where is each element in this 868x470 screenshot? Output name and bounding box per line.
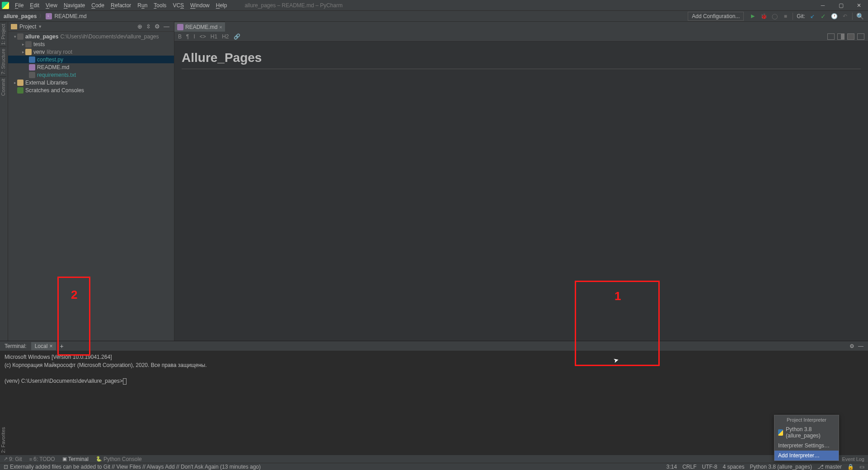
tree-item-external-libraries[interactable]: ▸ External Libraries (8, 79, 174, 86)
minimize-button[interactable]: ─ (814, 0, 832, 11)
markdown-preview[interactable]: Allure_Pages (174, 42, 868, 341)
terminal-body[interactable]: Microsoft Windows [Version 10.0.19041.26… (0, 351, 868, 455)
md-paragraph-button[interactable]: ¶ (186, 33, 189, 40)
terminal-tool-tab[interactable]: ▣ Terminal (62, 456, 89, 462)
menu-tools[interactable]: Tools (150, 1, 169, 9)
breadcrumb-root[interactable]: allure_pages (3, 13, 38, 19)
git-label: Git: (797, 13, 805, 19)
tree-item-label: External Libraries (25, 80, 67, 86)
add-terminal-tab-button[interactable]: + (60, 343, 63, 350)
popup-add-interpreter[interactable]: Add Interpreter… (774, 451, 839, 461)
line-ending[interactable]: CRLF (682, 464, 696, 470)
menu-file[interactable]: File (12, 1, 27, 9)
tree-item-readme[interactable]: README.md (8, 63, 174, 71)
md-code-button[interactable]: <> (200, 33, 206, 40)
git-history-button[interactable]: 🕐 (830, 12, 838, 20)
python-console-tool-tab[interactable]: 🐍 Python Console (96, 456, 142, 462)
git-branch[interactable]: ⎇ master (817, 464, 842, 470)
popup-current-interpreter[interactable]: Python 3.8 (allure_pages) (774, 424, 839, 441)
hide-panel-icon[interactable]: — (164, 23, 169, 30)
tree-item-requirements[interactable]: requirements.txt (8, 71, 174, 79)
git-tool-tab[interactable]: ↗ 9: Git (4, 456, 22, 462)
menubar: File Edit View Navigate Code Refactor Ru… (0, 0, 868, 11)
git-revert-button[interactable]: ↶ (841, 12, 849, 20)
search-everywhere-button[interactable]: 🔍 (856, 12, 864, 20)
preview-only-view-button[interactable] (847, 33, 854, 40)
cursor-position[interactable]: 3:14 (666, 464, 677, 470)
status-message[interactable]: Externally added files can be added to G… (10, 464, 661, 470)
editor-only-view-button[interactable] (827, 33, 835, 40)
project-panel-header: Project ▼ ⊕ ⇳ ⚙ — (8, 22, 174, 32)
memory-icon[interactable]: ▭ (859, 464, 864, 470)
left-bottom-sidebar: 2: Favorites (0, 425, 8, 455)
project-panel: Project ▼ ⊕ ⇳ ⚙ — ▾ allure_pages C:\User… (8, 22, 174, 341)
interpreter-status[interactable]: Python 3.8 (allure_pages) (750, 464, 812, 470)
chevron-down-icon[interactable]: ▼ (38, 24, 42, 29)
menu-vcs[interactable]: VCS (169, 1, 187, 9)
editor-tab[interactable]: README.md × (174, 22, 225, 32)
encoding[interactable]: UTF-8 (702, 464, 718, 470)
indent[interactable]: 4 spaces (723, 464, 745, 470)
chevron-right-icon[interactable]: ▸ (13, 80, 17, 85)
debug-button[interactable]: 🐞 (760, 12, 768, 20)
maximize-button[interactable]: ▢ (832, 0, 850, 11)
chevron-right-icon[interactable]: ▸ (21, 50, 25, 54)
terminal-tab-local[interactable]: Local× (31, 342, 56, 350)
event-log-tab[interactable]: Event Log (842, 456, 864, 462)
md-italic-button[interactable]: I (193, 33, 195, 40)
md-h1-button[interactable]: H1 (211, 33, 217, 40)
tree-item-scratches[interactable]: Scratches and Consoles (8, 86, 174, 94)
gear-icon[interactable]: ⚙ (155, 23, 160, 30)
sidebar-favorites-tab[interactable]: 2: Favorites (0, 425, 6, 455)
gear-icon[interactable]: ⚙ (849, 343, 854, 349)
terminal-panel: Terminal: Local× + ⚙ — Microsoft Windows… (0, 341, 868, 455)
close-window-button[interactable]: ✕ (850, 0, 868, 11)
tree-item-tests[interactable]: ▸ tests (8, 40, 174, 48)
md-link-button[interactable]: 🔗 (234, 33, 240, 40)
close-tab-icon[interactable]: × (49, 343, 52, 349)
python-icon (778, 429, 783, 436)
stop-button[interactable]: ■ (781, 12, 789, 20)
lock-icon[interactable]: 🔒 (847, 464, 854, 470)
menu-code[interactable]: Code (88, 1, 108, 9)
preview-view-button2[interactable] (857, 33, 864, 40)
run-button[interactable]: ▶ (749, 12, 757, 20)
menu-view[interactable]: View (42, 1, 61, 9)
hide-panel-icon[interactable]: — (858, 343, 863, 349)
md-h2-button[interactable]: H2 (222, 33, 229, 40)
todo-tool-tab[interactable]: ≡ 6: TODO (29, 456, 55, 462)
breadcrumb-file[interactable]: README.md (53, 13, 87, 19)
menu-help[interactable]: Help (213, 1, 230, 9)
tree-item-conftest[interactable]: conftest.py (8, 56, 174, 63)
locate-icon[interactable]: ⊕ (137, 23, 142, 30)
menu-window[interactable]: Window (187, 1, 213, 9)
chevron-right-icon[interactable]: ▸ (21, 42, 25, 47)
interpreter-popup: Project Interpreter Python 3.8 (allure_p… (774, 415, 839, 461)
git-pull-button[interactable]: ↙ (808, 12, 816, 20)
bottom-tool-tabs: ↗ 9: Git ≡ 6: TODO ▣ Terminal 🐍 Python C… (0, 455, 868, 463)
sidebar-project-tab[interactable]: 1: Project (0, 22, 6, 47)
sidebar-structure-tab[interactable]: 7: Structure (0, 47, 6, 76)
tree-root-name: allure_pages (25, 33, 58, 40)
tree-item-venv[interactable]: ▸ venv library root (8, 48, 174, 56)
folder-icon (17, 33, 23, 40)
project-panel-label[interactable]: Project (19, 24, 36, 30)
split-view-button[interactable] (837, 33, 845, 40)
menu-run[interactable]: Run (134, 1, 150, 9)
chevron-down-icon[interactable]: ▾ (13, 34, 17, 39)
pycharm-logo-icon (2, 2, 9, 9)
expand-all-icon[interactable]: ⇳ (146, 23, 151, 30)
menu-edit[interactable]: Edit (27, 1, 42, 9)
run-coverage-button[interactable]: ◯ (770, 12, 779, 20)
menu-navigate[interactable]: Navigate (61, 1, 88, 9)
popup-interpreter-settings[interactable]: Interpreter Settings… (774, 441, 839, 451)
add-configuration-button[interactable]: Add Configuration... (688, 12, 744, 21)
close-tab-icon[interactable]: × (219, 24, 222, 30)
menu-refactor[interactable]: Refactor (108, 1, 134, 9)
md-bold-button[interactable]: B (178, 33, 182, 40)
tree-item-tag: library root (47, 49, 72, 55)
git-commit-button[interactable]: ✓ (819, 12, 827, 20)
tree-root[interactable]: ▾ allure_pages C:\Users\ih\Documents\dev… (8, 33, 174, 40)
editor-tabs: README.md × (174, 22, 868, 32)
sidebar-commit-tab[interactable]: Commit (0, 76, 6, 98)
